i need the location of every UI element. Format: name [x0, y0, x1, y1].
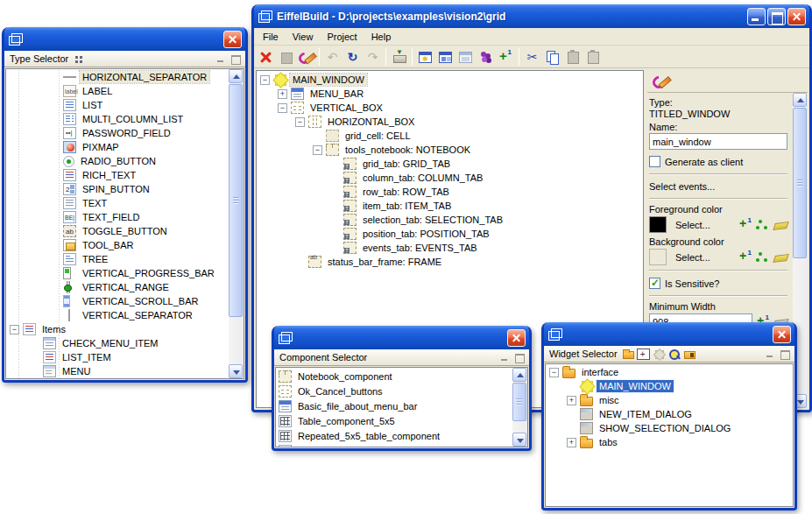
foreground-swatch[interactable] — [649, 216, 667, 233]
scroll-thumb[interactable] — [793, 108, 807, 258]
tree-item[interactable]: TOOL_BAR — [6, 238, 229, 252]
tree-item-label[interactable]: MULTI_COLUMN_LIST — [80, 113, 186, 125]
tree-item[interactable]: −Items — [6, 322, 229, 336]
tree-item[interactable]: −HORIZONTAL_BOX — [257, 115, 643, 129]
eraser-icon[interactable] — [773, 251, 787, 264]
tree-item-label[interactable]: MAIN_WINDOW — [597, 380, 674, 392]
settings-window-button[interactable] — [415, 47, 435, 67]
component-selector-header[interactable]: Component Selector — [274, 349, 529, 366]
tree-item[interactable]: VERTICAL_RANGE — [6, 280, 229, 294]
tree-item[interactable]: −MAIN_WINDOW — [257, 73, 643, 87]
tree-item-label[interactable]: SHOW_SELECTION_DIALOG — [597, 422, 733, 434]
search-button[interactable] — [668, 349, 681, 360]
maximize-button[interactable] — [767, 8, 786, 25]
list-item[interactable]: Notebook_component — [276, 369, 512, 384]
tree-item-label[interactable]: PIXMAP — [80, 141, 122, 153]
tree-item-label[interactable]: MENU — [60, 365, 93, 377]
main-titlebar[interactable]: EiffelBuild - D:\projects\examples\visio… — [254, 4, 809, 28]
tree-item-label[interactable]: interface — [579, 366, 621, 378]
tree-item[interactable]: column_tab: COLUMN_TAB — [257, 171, 643, 185]
menu-project[interactable]: Project — [320, 29, 364, 45]
tree-item-label[interactable]: row_tab: ROW_TAB — [360, 186, 452, 198]
tree-item-label[interactable]: column_tab: COLUMN_TAB — [360, 172, 485, 184]
component-selector-scrollbar[interactable] — [512, 368, 527, 447]
tree-item[interactable]: position_tab: POSITION_TAB — [257, 227, 643, 241]
list-item-label[interactable]: Notebook_component — [295, 370, 395, 383]
tree-item[interactable]: grid_cell: CELL — [257, 129, 643, 143]
tree-item-label[interactable]: NEW_ITEM_DIALOG — [597, 408, 695, 420]
tree-item[interactable]: RICH_TEXT — [6, 168, 229, 182]
window-preview-button[interactable] — [435, 47, 455, 67]
component-selector-titlebar[interactable] — [274, 326, 529, 349]
tree-item[interactable]: PASSWORD_FIELD — [6, 126, 229, 140]
tree-item-label[interactable]: grid_cell: CELL — [342, 130, 413, 142]
tree-item[interactable]: row_tab: ROW_TAB — [257, 185, 643, 199]
tree-item-label[interactable]: RADIO_BUTTON — [78, 155, 159, 167]
tree-item[interactable]: NEW_ITEM_DIALOG — [546, 407, 793, 421]
tree-item-label[interactable]: PASSWORD_FIELD — [80, 127, 173, 139]
tree-item[interactable]: +MENU_BAR — [257, 87, 643, 101]
scroll-thumb[interactable] — [229, 84, 243, 317]
type-selector-scrollbar[interactable] — [229, 69, 244, 378]
tree-item-label[interactable]: TREE — [80, 253, 110, 265]
scroll-thumb[interactable] — [512, 383, 526, 421]
close-button[interactable] — [773, 326, 791, 343]
tree-item-label[interactable]: tabs — [597, 436, 620, 448]
expander-minus-icon[interactable]: − — [10, 325, 19, 334]
tree-item[interactable]: VERTICAL_SEPARATOR — [6, 308, 229, 322]
tree-item-label[interactable]: LIST — [80, 99, 105, 111]
foreground-select-button[interactable]: Select... — [675, 220, 735, 230]
select-events-link[interactable]: Select events... — [649, 180, 787, 194]
tree-item-label[interactable]: SPIN_BUTTON — [80, 183, 152, 195]
widget-selector-header[interactable]: Widget Selector — [544, 346, 794, 363]
copy-button[interactable] — [542, 47, 562, 67]
add-one-icon[interactable] — [738, 251, 752, 264]
tree-item-label[interactable]: VERTICAL_SEPARATOR — [80, 309, 195, 321]
expander-minus-icon[interactable]: − — [295, 117, 305, 127]
refresh-button[interactable] — [342, 47, 363, 67]
tree-item[interactable]: −interface — [546, 365, 793, 379]
cut-button[interactable] — [522, 47, 542, 67]
tree-item-label[interactable]: VERTICAL_SCROLL_BAR — [80, 295, 201, 307]
expander-minus-icon[interactable]: − — [313, 145, 322, 155]
menu-view[interactable]: View — [286, 29, 321, 45]
tree-item[interactable]: MULTI_COLUMN_LIST — [6, 112, 229, 126]
list-item[interactable]: Basic_file_about_menu_bar — [276, 398, 512, 413]
list-item[interactable]: Ok_Cancel_buttons — [276, 384, 512, 398]
tree-item-label[interactable]: misc — [597, 394, 622, 406]
add-one-icon[interactable] — [738, 219, 752, 231]
move-button[interactable] — [684, 351, 695, 359]
panel-minimize-button[interactable] — [498, 352, 511, 363]
expand-button[interactable] — [637, 349, 650, 360]
tree-item[interactable]: MENU — [6, 364, 229, 378]
tree-item[interactable]: TREE — [6, 252, 229, 266]
tree-item-label[interactable]: LABEL — [80, 85, 115, 97]
build-button[interactable] — [296, 47, 316, 67]
expander-plus-icon[interactable]: + — [278, 89, 287, 99]
inherit-icon[interactable] — [756, 219, 770, 231]
delete-button[interactable] — [256, 47, 276, 67]
new-directory-button[interactable] — [623, 351, 634, 359]
panel-maximize-button[interactable] — [229, 53, 242, 65]
list-item-label[interactable]: Ok_Cancel_buttons — [295, 385, 385, 398]
menu-file[interactable]: File — [256, 29, 286, 45]
tree-item-label[interactable]: status_bar_frame: FRAME — [325, 256, 444, 268]
tree-item-label[interactable]: TEXT_FIELD — [80, 211, 142, 223]
tree-item[interactable]: LABEL — [6, 84, 229, 98]
tree-item[interactable]: SPIN_BUTTON — [6, 182, 229, 196]
list-item[interactable]: Table_component_5x5 — [276, 413, 512, 428]
tree-item[interactable]: SHOW_SELECTION_DIALOG — [546, 421, 793, 435]
component-list[interactable]: Notebook_componentOk_Cancel_buttonsBasic… — [276, 369, 512, 447]
tree-item-label[interactable]: tools_notebook: NOTEBOOK — [342, 144, 473, 156]
panel-minimize-button[interactable] — [764, 349, 776, 360]
expander-minus-icon[interactable]: − — [278, 103, 287, 113]
tree-item[interactable]: +misc — [546, 393, 793, 407]
add-one-button[interactable] — [496, 47, 516, 67]
tree-item-label[interactable]: MAIN_WINDOW — [290, 74, 367, 86]
tree-item[interactable]: −tools_notebook: NOTEBOOK — [257, 143, 643, 157]
tree-item[interactable]: RADIO_BUTTON — [6, 154, 229, 168]
tree-item-label[interactable]: position_tab: POSITION_TAB — [360, 228, 492, 240]
tree-item-label[interactable]: VERTICAL_PROGRESS_BAR — [80, 267, 217, 279]
panel-maximize-button[interactable] — [779, 349, 791, 360]
tree-item[interactable]: TOGGLE_BUTTON — [6, 224, 229, 238]
